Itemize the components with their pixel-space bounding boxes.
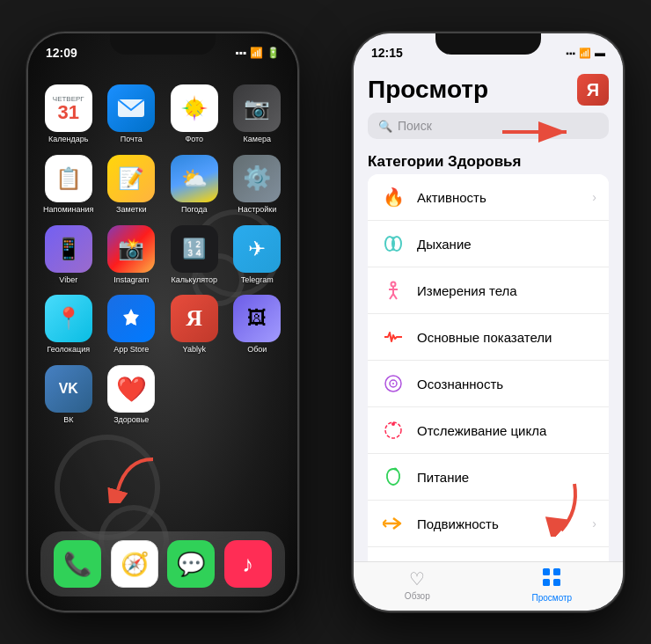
app-notes-label: Заметки (116, 205, 146, 215)
status-icons-left: ▪▪▪ 📶 🔋 (235, 47, 280, 59)
category-body[interactable]: Измерения тела (368, 267, 609, 314)
health-title: Просмотр (368, 76, 488, 104)
app-settings-icon: ⚙️ (233, 155, 281, 202)
svg-rect-28 (543, 579, 550, 586)
health-header: Просмотр Я (354, 65, 623, 113)
app-settings[interactable]: ⚙️ Настройки (230, 155, 286, 215)
category-nutrition[interactable]: Питание (368, 454, 609, 501)
category-body-icon (380, 277, 406, 304)
category-mobility[interactable]: Подвижность › (368, 501, 609, 547)
app-oboi[interactable]: 🖼 Обои (230, 295, 286, 355)
dock-safari-icon: 🧭 (111, 540, 158, 588)
app-yablyk-icon: Я (171, 295, 218, 342)
signal-icon: ▪▪▪ (235, 47, 246, 59)
category-mindfulness-icon (380, 370, 406, 397)
tab-summary[interactable]: ♡ Обзор (405, 568, 430, 601)
signal-icon-right: ▪▪▪ (566, 48, 575, 58)
search-bar[interactable]: 🔍 Поиск (368, 113, 609, 139)
battery-icon: 🔋 (267, 47, 280, 59)
app-notes[interactable]: 📝 Заметки (104, 155, 160, 215)
app-reminders-icon: 📋 (45, 155, 92, 202)
app-instagram-label: Instagram (113, 275, 149, 285)
category-mindfulness[interactable]: Осознанность (368, 361, 609, 407)
svg-point-17 (391, 422, 395, 426)
category-nutrition-label: Питание (417, 470, 596, 485)
app-oboi-label: Обои (247, 345, 267, 355)
search-icon: 🔍 (378, 120, 392, 133)
app-settings-label: Настройки (238, 205, 276, 215)
app-health-icon: ❤️ (107, 365, 155, 413)
app-appstore-icon: A (107, 295, 155, 342)
app-viber-label: Viber (59, 275, 77, 285)
app-instagram-icon: 📸 (107, 225, 155, 273)
yablyk-badge[interactable]: Я (577, 74, 609, 106)
app-calendar-label: Календарь (48, 135, 88, 144)
left-phone-section: 12:09 ▪▪▪ 📶 🔋 Четверг 31 (0, 0, 326, 644)
dock-music[interactable]: ♪ (224, 540, 272, 588)
category-heart[interactable]: ❤️ Сердце › (368, 547, 609, 561)
tab-summary-icon: ♡ (409, 568, 425, 589)
status-icons-right: ▪▪▪ 📶 ▬ (566, 47, 605, 59)
app-geo-label: Геолокация (47, 345, 90, 355)
category-mobility-label: Подвижность (417, 516, 582, 531)
category-vitals-icon (380, 324, 406, 350)
app-geo-icon: 📍 (45, 295, 92, 342)
home-grid: Четверг 31 Календарь Почта (28, 76, 297, 434)
category-mindfulness-label: Осознанность (417, 377, 596, 392)
battery-icon-right: ▬ (595, 47, 605, 59)
app-calendar-icon: Четверг 31 (45, 84, 92, 132)
tab-browse-icon (542, 567, 561, 591)
dock-music-icon: ♪ (224, 540, 272, 588)
dock-phone[interactable]: 📞 (54, 540, 101, 588)
app-mail[interactable]: Почта (104, 84, 160, 144)
dock-messages[interactable]: 💬 (167, 540, 215, 588)
dock-messages-icon: 💬 (167, 540, 215, 588)
app-reminders-label: Напоминания (43, 205, 93, 215)
app-camera[interactable]: 📷 Камера (230, 84, 286, 144)
notch-right (435, 33, 541, 55)
app-health[interactable]: ❤️ Здоровье (104, 365, 160, 425)
wifi-icon: 📶 (250, 47, 263, 59)
app-viber[interactable]: 📱 Viber (40, 225, 97, 285)
app-reminders[interactable]: 📋 Напоминания (40, 155, 97, 215)
app-viber-icon: 📱 (45, 225, 92, 273)
app-calculator-label: Калькулятор (171, 275, 217, 285)
category-vitals[interactable]: Основные показатели (368, 314, 609, 361)
app-vk[interactable]: VK ВК (40, 365, 97, 425)
app-calculator-icon: 🔢 (171, 225, 218, 273)
app-oboi-icon: 🖼 (233, 295, 281, 342)
app-instagram[interactable]: 📸 Instagram (104, 225, 160, 285)
app-appstore[interactable]: A App Store (104, 295, 160, 355)
svg-rect-26 (543, 568, 550, 575)
dock-phone-icon: 📞 (54, 540, 101, 588)
svg-rect-27 (553, 568, 560, 575)
app-notes-icon: 📝 (107, 155, 155, 202)
tab-browse[interactable]: Просмотр (531, 567, 572, 603)
app-calendar[interactable]: Четверг 31 Календарь (40, 84, 97, 144)
category-breathing[interactable]: Дыхание (368, 221, 609, 267)
app-yablyk[interactable]: Я Yablyk (166, 295, 223, 355)
dock-safari[interactable]: 🧭 (111, 540, 158, 588)
app-geo[interactable]: 📍 Геолокация (40, 295, 97, 355)
dock: 📞 🧭 💬 ♪ (40, 531, 285, 596)
category-activity[interactable]: 🔥 Активность › (368, 174, 609, 221)
app-photos[interactable]: Фото (166, 84, 223, 144)
category-activity-icon: 🔥 (380, 184, 406, 210)
category-breathing-label: Дыхание (417, 237, 596, 252)
app-photos-label: Фото (185, 135, 203, 144)
tab-summary-label: Обзор (405, 591, 430, 601)
tab-bar: ♡ Обзор Просмотр (354, 561, 623, 611)
chevron-activity: › (592, 190, 596, 204)
app-calculator[interactable]: 🔢 Калькулятор (166, 225, 223, 285)
app-telegram-label: Telegram (241, 275, 274, 285)
app-weather[interactable]: ⛅ Погода (166, 155, 223, 215)
app-telegram[interactable]: ✈ Telegram (230, 225, 286, 285)
left-phone-screen: 12:09 ▪▪▪ 📶 🔋 Четверг 31 (28, 33, 297, 611)
category-breathing-icon (380, 231, 406, 257)
svg-rect-29 (553, 579, 560, 586)
notch-left (110, 33, 216, 55)
category-cycle[interactable]: Отслеживание цикла (368, 407, 609, 454)
app-weather-icon: ⛅ (171, 155, 218, 202)
category-cycle-label: Отслеживание цикла (417, 423, 596, 438)
svg-line-12 (393, 294, 397, 299)
